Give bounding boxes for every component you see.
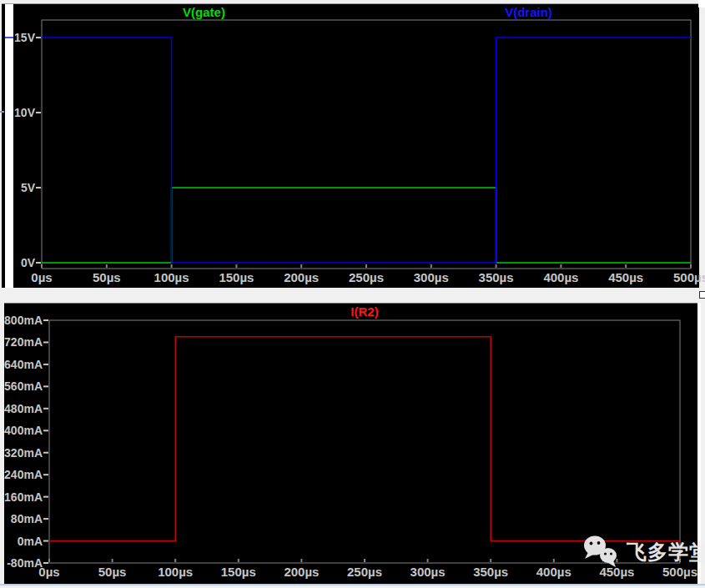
wechat-icon xyxy=(578,534,625,571)
edge-tick-dash xyxy=(0,111,4,113)
window-left-margin xyxy=(5,4,13,288)
watermark-text: 飞多学堂 xyxy=(627,539,705,565)
window-restore-icon[interactable] xyxy=(699,291,705,299)
waveform-viewer: 0V5V10V15V0µs50µs100µs150µs200µs250µs300… xyxy=(0,0,705,588)
edge-tick-dash xyxy=(5,37,13,38)
window-corner xyxy=(698,0,705,8)
watermark: 飞多学堂 xyxy=(578,534,703,571)
window-bottom-edge xyxy=(0,584,705,585)
voltage-plot-pane[interactable] xyxy=(13,4,699,288)
